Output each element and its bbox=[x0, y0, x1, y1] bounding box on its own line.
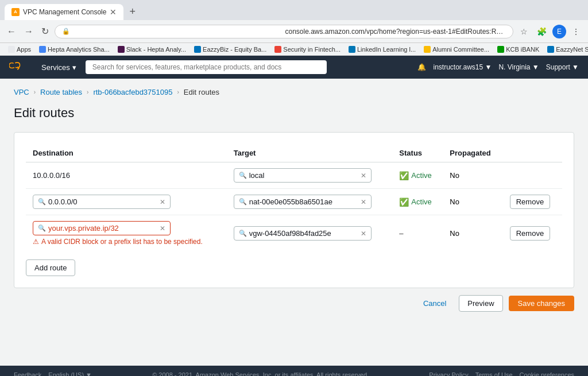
breadcrumb-vpc[interactable]: VPC bbox=[14, 88, 29, 96]
bookmark-linkedin[interactable]: LinkedIn Learning l... bbox=[345, 45, 419, 54]
bookmark-alumni[interactable]: Alumni Committee... bbox=[420, 45, 493, 54]
warning-icon: ⚠ bbox=[33, 238, 39, 246]
footer-cookies[interactable]: Cookie preferences bbox=[520, 371, 574, 376]
aws-search[interactable] bbox=[86, 60, 327, 74]
cancel-button[interactable]: Cancel bbox=[416, 296, 453, 311]
account-selector[interactable]: instructor.aws15 ▼ bbox=[433, 63, 492, 71]
target-input-container-3: 🔍 ✕ bbox=[234, 226, 372, 241]
footer-privacy[interactable]: Privacy Policy bbox=[429, 371, 468, 376]
forward-button[interactable]: → bbox=[22, 24, 36, 39]
status-label-1: Active bbox=[411, 171, 431, 180]
search-input[interactable] bbox=[86, 60, 327, 74]
profile-button[interactable]: E bbox=[552, 25, 566, 38]
footer-copyright: © 2008 - 2021, Amazon Web Services, Inc.… bbox=[152, 371, 369, 376]
add-route-button[interactable]: Add route bbox=[26, 259, 75, 276]
preview-button[interactable]: Preview bbox=[459, 295, 502, 312]
tab-title: VPC Management Console bbox=[23, 8, 106, 16]
remove-button-3[interactable]: Remove bbox=[510, 226, 550, 241]
search-icon-2: 🔍 bbox=[239, 198, 247, 206]
action-bar: Cancel Preview Save changes bbox=[14, 288, 574, 319]
services-label: Services bbox=[41, 63, 70, 72]
bookmark-star-button[interactable]: ☆ bbox=[517, 25, 531, 38]
browser-frame: A VPC Management Console ✕ + ← → ↻ 🔒 con… bbox=[0, 0, 588, 56]
notification-icon[interactable]: 🔔 bbox=[417, 63, 426, 71]
col-header-destination: Destination bbox=[26, 144, 227, 162]
status-active-1: ✅ Active bbox=[399, 171, 436, 180]
back-button[interactable]: ← bbox=[5, 24, 18, 39]
bookmark-eazzybiz[interactable]: EazzyBiz - Equity Ba... bbox=[191, 45, 270, 54]
extensions-button[interactable]: 🧩 bbox=[533, 25, 550, 38]
search-icon-dest-2: 🔍 bbox=[38, 198, 46, 206]
clear-target-3[interactable]: ✕ bbox=[361, 230, 366, 238]
browser-toolbar: ← → ↻ 🔒 console.aws.amazon.com/vpc/home?… bbox=[0, 20, 588, 43]
search-icon-dest-3: 🔍 bbox=[38, 224, 46, 232]
bookmark-hepta[interactable]: Hepta Analytics Sha... bbox=[36, 45, 113, 54]
breadcrumb: VPC › Route tables › rtb-066bacfebd37510… bbox=[14, 88, 574, 96]
route-card: Destination Target Status Propagated 10.… bbox=[14, 132, 574, 288]
status-label-2: Active bbox=[411, 197, 431, 206]
clear-target-2[interactable]: ✕ bbox=[361, 198, 366, 206]
bookmark-slack[interactable]: Slack - Hepta Analy... bbox=[114, 45, 189, 54]
dest-input-container-3: 🔍 ✕ bbox=[33, 221, 171, 235]
bookmarks-bar: Apps Hepta Analytics Sha... Slack - Hept… bbox=[0, 43, 588, 56]
clear-dest-3[interactable]: ✕ bbox=[160, 224, 165, 232]
address-bar[interactable]: 🔒 console.aws.amazon.com/vpc/home?region… bbox=[55, 25, 513, 38]
target-input-container-1: 🔍 ✕ bbox=[234, 168, 372, 183]
target-input-3[interactable] bbox=[249, 229, 358, 238]
error-message: ⚠ A valid CIDR block or a prefix list ha… bbox=[33, 238, 220, 246]
footer-right: Privacy Policy Terms of Use Cookie prefe… bbox=[429, 371, 574, 376]
propagated-2: No bbox=[443, 189, 502, 215]
bookmark-apps[interactable]: Apps bbox=[5, 45, 34, 54]
aws-nav-right: 🔔 instructor.aws15 ▼ N. Virginia ▼ Suppo… bbox=[417, 63, 579, 71]
destination-input-3[interactable] bbox=[48, 224, 157, 232]
aws-nav: Services ▾ 🔔 instructor.aws15 ▼ N. Virgi… bbox=[0, 56, 588, 79]
table-row: 10.0.0.0/16 🔍 ✕ ✅ Active bbox=[26, 162, 562, 189]
breadcrumb-sep-1: › bbox=[34, 89, 36, 95]
table-row: 🔍 ✕ 🔍 ✕ ✅ bbox=[26, 189, 562, 215]
new-tab-button[interactable]: + bbox=[126, 3, 139, 20]
active-tab[interactable]: A VPC Management Console ✕ bbox=[5, 4, 123, 20]
breadcrumb-route-tables[interactable]: Route tables bbox=[40, 88, 82, 96]
status-active-2: ✅ Active bbox=[399, 197, 436, 207]
clear-dest-2[interactable]: ✕ bbox=[160, 198, 165, 206]
page-title: Edit routes bbox=[14, 106, 574, 121]
propagated-1: No bbox=[443, 162, 502, 189]
dest-input-container-2: 🔍 ✕ bbox=[33, 195, 171, 209]
save-changes-button[interactable]: Save changes bbox=[509, 296, 574, 311]
footer-language[interactable]: English (US) ▼ bbox=[48, 371, 92, 376]
status-dash-3: – bbox=[399, 229, 403, 238]
destination-static: 10.0.0.0/16 bbox=[33, 171, 70, 180]
target-input-container-2: 🔍 ✕ bbox=[234, 195, 372, 209]
search-icon-1: 🔍 bbox=[239, 172, 247, 179]
services-menu[interactable]: Services ▾ bbox=[41, 63, 76, 72]
footer-left: Feedback English (US) ▼ bbox=[14, 371, 92, 376]
col-header-target: Target bbox=[227, 144, 393, 162]
support-menu[interactable]: Support ▼ bbox=[546, 63, 579, 71]
bookmark-security[interactable]: Security in Fintech... bbox=[271, 45, 344, 54]
aws-logo bbox=[9, 60, 28, 75]
bookmark-eazzynet[interactable]: EazzyNet Secure O... bbox=[544, 45, 588, 54]
breadcrumb-route-table-id[interactable]: rtb-066bacfebd3751095 bbox=[93, 88, 172, 96]
target-input-1[interactable] bbox=[249, 171, 358, 180]
reload-button[interactable]: ↻ bbox=[39, 24, 51, 39]
breadcrumb-current: Edit routes bbox=[184, 88, 219, 96]
footer-terms[interactable]: Terms of Use bbox=[475, 371, 513, 376]
browser-toolbar-right: ☆ 🧩 E ⋮ bbox=[517, 25, 583, 38]
error-text: A valid CIDR block or a prefix list has … bbox=[41, 238, 203, 246]
search-icon-3: 🔍 bbox=[239, 230, 247, 237]
col-header-status: Status bbox=[392, 144, 443, 162]
menu-button[interactable]: ⋮ bbox=[568, 25, 583, 38]
footer-feedback[interactable]: Feedback bbox=[14, 371, 41, 376]
services-chevron-icon: ▾ bbox=[72, 63, 76, 72]
region-selector[interactable]: N. Virginia ▼ bbox=[498, 63, 539, 71]
tab-bar: A VPC Management Console ✕ + bbox=[0, 0, 588, 20]
routes-table: Destination Target Status Propagated 10.… bbox=[26, 144, 562, 251]
bookmark-kcb[interactable]: KCB iBANK bbox=[494, 45, 543, 54]
remove-button-2[interactable]: Remove bbox=[510, 195, 550, 209]
clear-target-1[interactable]: ✕ bbox=[361, 172, 366, 180]
tab-close-button[interactable]: ✕ bbox=[110, 7, 117, 17]
target-input-2[interactable] bbox=[249, 197, 358, 206]
status-dot-2: ✅ bbox=[399, 197, 409, 207]
destination-input-2[interactable] bbox=[48, 197, 157, 206]
col-header-propagated: Propagated bbox=[443, 144, 502, 162]
